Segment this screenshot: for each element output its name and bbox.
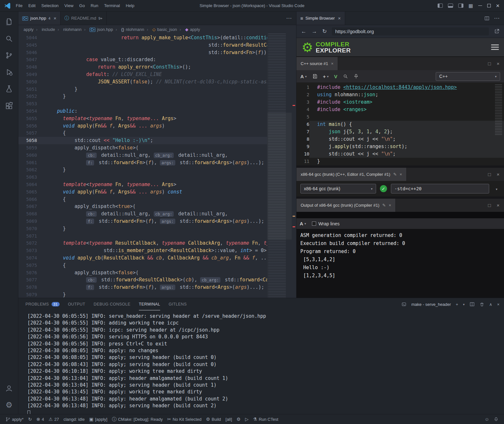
build-target-status-item[interactable]: [all] [223,414,234,424]
compiler-select[interactable]: x86-64 gcc (trunk)▾ [300,184,376,193]
code-line[interactable]: 5061 f: std::forward<Fn>(f), args: std::… [18,159,267,166]
cmake-project-status-item[interactable]: ▣ [apply] [87,414,110,424]
url-input[interactable]: https://godbolt.org [332,27,489,35]
kill-terminal-icon[interactable] [480,302,484,307]
tab-simple-browser[interactable]: ≡ Simple Browser × [296,12,345,25]
compiler-options-input[interactable]: -std=c++20 [391,184,489,193]
code-line[interactable]: 6int main() { [296,121,504,128]
source-pane-tab[interactable]: C++ source #1 × [296,57,338,70]
code-line[interactable]: 5073 std::is_member_pointer<ResultCallba… [18,247,267,254]
close-pane-icon[interactable]: × [497,203,499,208]
panel-tab[interactable]: OUTPUT [68,298,85,310]
save-icon[interactable] [312,74,317,79]
maximize-button[interactable] [487,4,491,7]
code-line[interactable]: 5062 } [18,166,267,174]
menu-item[interactable]: File [13,3,25,8]
code-line[interactable]: 5070 } [18,225,267,232]
code-line[interactable]: 5060 cb: detail::null_arg, cb_arg: detai… [18,152,267,159]
clangd-status-item[interactable]: clangd: idle [61,414,87,424]
options-dropdown-icon[interactable]: ▾ [493,186,500,191]
compiler-pane-tab[interactable]: x86-64 gcc (trunk) (C++, Editor #1, Comp… [296,168,407,181]
code-line[interactable]: 5079 } [18,291,267,298]
code-line[interactable]: 2using nlohmann::json; [296,91,504,99]
code-line[interactable]: 5 [296,113,504,121]
menu-item[interactable]: Edit [25,3,38,8]
breadcrumb-item[interactable]: {} nlohmann [113,27,144,32]
code-line[interactable]: 5074 void apply_cb(ResultCallback && cb,… [18,254,267,262]
minimize-button[interactable] [478,5,482,6]
code-line[interactable]: 5072 template<typename ResultCallback, t… [18,240,267,247]
cmake-kit-status-item[interactable]: ✂ No Kit Selected [165,414,204,424]
git-branch-status-item[interactable]: apply* [3,414,26,424]
split-editor-icon[interactable] [484,16,489,21]
toggle-panel-icon[interactable] [448,4,453,8]
code-line[interactable]: 5077 cb: std::forward<ResultCallback>(cb… [18,276,267,284]
code-line[interactable]: 5063 [18,174,267,181]
new-terminal-dropdown-icon[interactable]: ▾ [463,303,465,306]
errors-status-item[interactable]: ⊗ 4 [34,414,46,424]
close-icon[interactable]: × [331,61,334,66]
code-line[interactable]: 1#include <https://localhost:8443/apply/… [296,84,504,91]
feedback-status-item[interactable]: ☺ [482,414,491,424]
code-line[interactable]: 5048 return apply_error<ConstThis>(); [18,63,267,71]
font-size-button[interactable]: A▾ [300,221,306,226]
code-line[interactable]: 5049 default: // LCOV_EXCL_LINE [18,71,267,78]
new-terminal-icon[interactable]: + [456,302,458,307]
code-line[interactable]: 5078 f: std::forward<Fn>(f), args: std::… [18,284,267,291]
close-icon[interactable]: × [400,172,402,176]
code-line[interactable]: 5069 f: std::forward<Fn>(f), args: std::… [18,218,267,225]
editor-tab[interactable]: ⓘ README.md 9+ [61,12,107,25]
panel-tab[interactable]: PROBLEMS 31 [25,298,60,310]
more-actions-icon[interactable]: ⋯ [494,15,499,22]
code-line[interactable]: 5055 template<typename Fn, typename... A… [18,115,267,122]
edit-icon[interactable]: ✎ [393,172,397,176]
debug-target-status-item[interactable]: ⚙ [234,414,243,424]
close-pane-icon[interactable]: × [497,61,499,66]
code-line[interactable]: 5047 case value_t::discarded: [18,56,267,63]
maximize-pane-icon[interactable]: □ [488,61,491,66]
vim-mode-button[interactable]: V [334,74,337,79]
editor-tab[interactable]: C+ json.hpp 4 × [18,12,61,25]
close-panel-icon[interactable]: × [497,302,499,307]
code-line[interactable]: 3#include <iostream> [296,99,504,106]
code-line[interactable]: 5052 } [18,93,267,100]
launch-target-status-item[interactable]: ▷ [243,414,251,424]
breadcrumb-item[interactable]: nlohmann [55,27,82,32]
pin-icon[interactable] [354,74,359,79]
cmake-build-status-item[interactable]: ⚙ Build [204,414,223,424]
maximize-panel-icon[interactable]: ∧ [489,302,492,307]
maximize-pane-icon[interactable]: □ [488,172,491,177]
breadcrumb-item[interactable]: include [34,27,55,32]
code-line[interactable]: 5075 { [18,262,267,269]
code-line[interactable]: 5044 return apply_make_tuple<ConstThis>(… [18,34,267,42]
notifications-status-item[interactable] [491,414,501,424]
panel-tab[interactable]: DEBUG CONSOLE [94,298,131,310]
toggle-secondary-sidebar-icon[interactable] [458,4,463,8]
menu-item[interactable]: Terminal [101,3,123,8]
menu-item[interactable]: View [62,3,76,8]
code-line[interactable]: 7 json j{5, 3, 1, 4, 2}; [296,128,504,136]
maximize-pane-icon[interactable]: □ [488,203,491,208]
panel-tab[interactable]: GITLENS [169,298,187,310]
font-size-button[interactable]: A▾ [300,74,307,79]
code-line[interactable]: 5050 JSON_ASSERT(false); // NOLINT(cert-… [18,78,267,86]
output-pane-tab[interactable]: Output of x86-64 gcc (trunk) (Compiler #… [296,199,396,212]
add-pane-button[interactable]: +▾ [323,74,329,79]
edit-icon[interactable]: ✎ [382,203,386,207]
code-line[interactable]: 5066 { [18,196,267,203]
code-line[interactable]: 10 std::cout << j << "\n"; [296,150,504,158]
close-icon[interactable]: × [389,203,391,207]
cmake-status-item[interactable]: ⓘ CMake: [Debug]: Ready [110,414,165,424]
close-icon[interactable]: × [53,15,56,21]
breadcrumb-item[interactable]: apply [24,27,34,32]
breadcrumb-item[interactable]: C+ json.hpp [82,27,113,32]
run-ctest-status-item[interactable]: ⚗ Run CTest [251,414,280,424]
menu-item[interactable]: Selection [38,3,61,8]
close-pane-icon[interactable]: × [497,172,499,177]
code-line[interactable]: 5065 void apply(Fn&& f, Args&& ... args)… [18,188,267,196]
code-line[interactable]: 5071 [18,232,267,240]
code-line[interactable]: 5057 { [18,129,267,137]
breadcrumb-item[interactable]: ◇ basic_json [144,27,177,32]
hamburger-menu-icon[interactable] [491,43,499,51]
code-line[interactable]: 5067 apply_dispatch<true>( [18,203,267,210]
